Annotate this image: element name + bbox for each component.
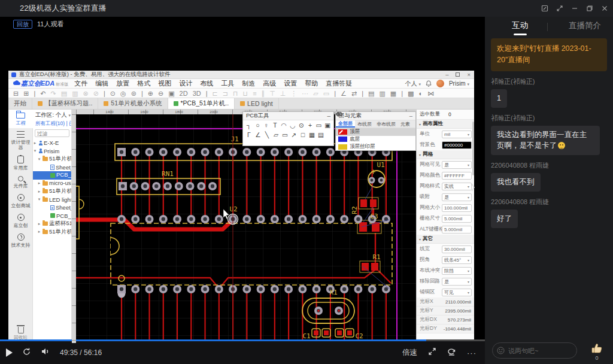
- theater-mode-icon[interactable]: [447, 347, 456, 358]
- sidebar-item[interactable]: 立创商城: [8, 191, 33, 211]
- zoom-out-icon[interactable]: ⊖: [158, 89, 163, 98]
- theme-icon[interactable]: ◐: [418, 89, 423, 98]
- view-2d-button[interactable]: 2D: [180, 89, 188, 98]
- solid-region-tool-icon[interactable]: ▭: [281, 131, 289, 139]
- chat-input[interactable]: [492, 342, 577, 359]
- menu-item[interactable]: 布线: [200, 79, 213, 88]
- props-section-header[interactable]: ▾画布属性: [417, 120, 474, 129]
- menu-item[interactable]: 格式: [137, 79, 150, 88]
- fill-icon[interactable]: ⊚: [131, 89, 136, 98]
- search-icon[interactable]: ⊙: [110, 89, 116, 98]
- prop-value-field[interactable]: #000000 ▾: [442, 141, 472, 149]
- annotate-icon[interactable]: [540, 4, 550, 13]
- hole-tool-icon[interactable]: □: [299, 131, 307, 139]
- arc-tool-icon[interactable]: ◠: [280, 121, 288, 129]
- prop-value-field[interactable]: 是 ▾: [442, 278, 472, 286]
- prop-value-field[interactable]: 线条45° ▾: [442, 256, 472, 264]
- close-icon[interactable]: [600, 4, 609, 13]
- prop-value-field[interactable]: 阻挡 ▾: [442, 267, 472, 275]
- eye-icon[interactable]: [336, 112, 342, 116]
- component-label-u1[interactable]: U1: [377, 161, 384, 169]
- layers-tab[interactable]: 元素: [398, 120, 412, 128]
- bell-icon[interactable]: [426, 80, 432, 87]
- separator[interactable]: |: [141, 89, 143, 98]
- delete-icon[interactable]: ⊘: [93, 89, 99, 98]
- separator[interactable]: |: [401, 89, 403, 98]
- zoom-select-icon[interactable]: ◎: [120, 89, 126, 98]
- separator[interactable]: |: [34, 89, 35, 98]
- separator[interactable]: |: [362, 89, 363, 98]
- component-label-rn1[interactable]: RN1: [162, 170, 174, 178]
- text-tool-icon[interactable]: T: [271, 121, 280, 129]
- tree-item[interactable]: ▸ 51单片机最小..: [33, 187, 71, 196]
- doc-tab[interactable]: 开始: [8, 98, 32, 109]
- angle-tool-icon[interactable]: ∠: [254, 131, 262, 139]
- tree-item[interactable]: PCB_LED lig: [33, 212, 71, 220]
- fullscreen-icon[interactable]: [428, 347, 436, 358]
- fullscreen-icon[interactable]: [555, 4, 565, 13]
- prop-value-field[interactable]: 可见 ▾: [442, 289, 472, 296]
- sidebar-item[interactable]: 技术支持: [8, 230, 33, 250]
- separator[interactable]: |: [334, 89, 336, 98]
- tree-item[interactable]: ▸ 51单片机: [33, 228, 71, 236]
- view-3d-button[interactable]: 3D: [193, 89, 201, 98]
- line-tool-icon[interactable]: ╲: [263, 131, 271, 139]
- separator[interactable]: |: [104, 89, 105, 98]
- polygon-tool-icon[interactable]: ▱: [272, 131, 280, 139]
- tab-live-intro[interactable]: 直播简介: [569, 20, 601, 31]
- menu-item[interactable]: 高级: [263, 79, 276, 88]
- rotate-icon[interactable]: ∠: [341, 89, 347, 98]
- doc-tab[interactable]: LED light: [235, 98, 279, 109]
- eda-maximize-icon[interactable]: [456, 72, 460, 77]
- grid-setting-icon[interactable]: ▩: [408, 89, 414, 98]
- doc-tab[interactable]: 【蓝桥杯练习题..: [32, 98, 98, 109]
- eda-minimize-icon[interactable]: –: [445, 71, 448, 78]
- eda-close-icon[interactable]: ×: [467, 71, 471, 78]
- component-label-r2[interactable]: R2: [351, 206, 359, 214]
- tree-item[interactable]: ▾ LED light: [33, 196, 71, 204]
- save-icon[interactable]: ⊟: [13, 89, 19, 98]
- minimize-icon[interactable]: [570, 4, 579, 13]
- distribute-icon[interactable]: ∥: [262, 89, 265, 98]
- tree-item[interactable]: PCB_51单片: [33, 171, 71, 180]
- shape-icon[interactable]: ▭: [323, 89, 329, 98]
- speed-button[interactable]: 倍速: [402, 348, 417, 358]
- panel-left-icon[interactable]: ▤: [368, 89, 374, 98]
- prop-value-field[interactable]: 5.000mil ▾: [442, 226, 472, 233]
- layers-tab[interactable]: 非布线层: [374, 120, 398, 128]
- tree-item[interactable]: ▸ 蓝桥杯51: [33, 220, 71, 228]
- align-right-icon[interactable]: ⊐: [223, 89, 228, 98]
- sidebar-item[interactable]: 工程: [8, 110, 33, 128]
- menu-item[interactable]: 编辑: [95, 79, 108, 88]
- doc-tab[interactable]: 51单片机最小系统: [98, 98, 168, 109]
- circle-tool-icon[interactable]: ○: [254, 121, 262, 129]
- layer-row[interactable]: 底层: [336, 136, 415, 144]
- share-icon[interactable]: ⋈: [427, 89, 434, 98]
- prop-value-field[interactable]: 是 ▾: [442, 193, 472, 201]
- layer-row[interactable]: 顶层丝印层: [336, 143, 415, 151]
- prop-value-field[interactable]: 100.000mil ▾: [442, 204, 472, 212]
- tree-item[interactable]: ▸ E-X-E: [33, 139, 71, 147]
- paste-icon[interactable]: ▥: [72, 89, 78, 98]
- menu-item[interactable]: 直播答疑: [326, 79, 352, 88]
- user-menu[interactable]: Prisim ▾: [449, 80, 469, 87]
- rn1-pads[interactable]: [119, 182, 217, 190]
- project-filter-input[interactable]: [35, 129, 69, 137]
- copy-icon[interactable]: ▤: [61, 89, 67, 98]
- sidebar-item[interactable]: 嘉立创: [8, 211, 33, 230]
- sidebar-item[interactable]: 常用库: [8, 153, 33, 173]
- image-tool-icon[interactable]: ▣: [323, 121, 332, 129]
- separator[interactable]: |: [206, 89, 208, 98]
- menu-item[interactable]: 视图: [158, 79, 171, 88]
- tree-item[interactable]: Sheet_1: [33, 204, 71, 212]
- panel-expand-chevron[interactable]: [468, 180, 478, 195]
- layer-color-swatch[interactable]: [338, 144, 347, 150]
- align-left-icon[interactable]: ⊏: [213, 89, 218, 98]
- prop-value-field[interactable]: #FFFFFF ▾: [442, 172, 472, 180]
- layer-color-swatch[interactable]: [338, 129, 347, 135]
- panel-right-icon[interactable]: ▦: [390, 89, 396, 98]
- track-tool-icon[interactable]: ┐: [245, 121, 253, 129]
- video-area[interactable]: 回放 11人观看 嘉立创EDA(标准版) - 免费、易用、强大的在线电路设计软件…: [0, 17, 485, 341]
- tree-item[interactable]: ▾ 51单片机最小..: [33, 155, 71, 163]
- tree-item[interactable]: ▸ micro-usb 发光: [33, 180, 71, 188]
